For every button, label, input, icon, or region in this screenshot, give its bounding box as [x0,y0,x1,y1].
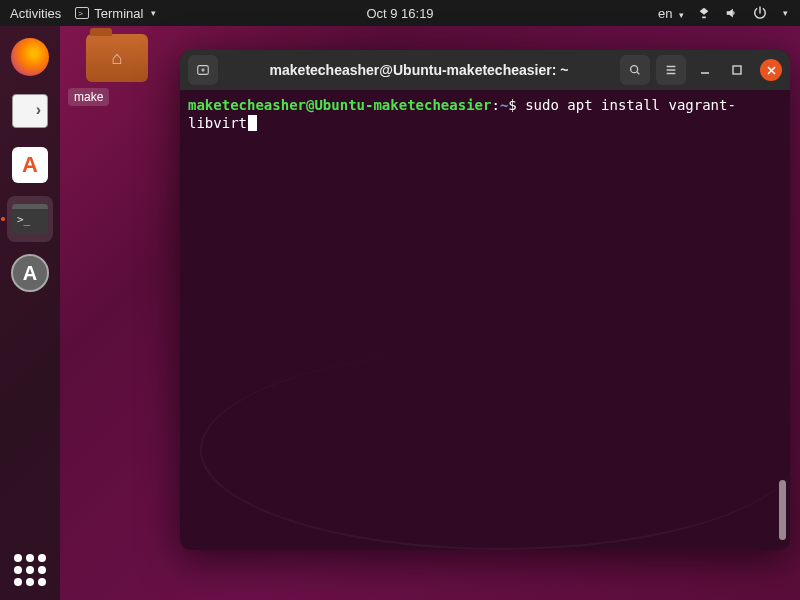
terminal-icon [12,204,48,234]
activities-button[interactable]: Activities [10,6,61,21]
dock-item-terminal[interactable] [7,196,53,242]
app-menu[interactable]: Terminal ▾ [75,6,156,21]
prompt-user-host: maketecheasher@Ubuntu-maketecheasier [188,97,491,113]
minimize-button[interactable] [692,57,718,83]
search-button[interactable] [620,55,650,85]
gnome-topbar: Activities Terminal ▾ Oct 9 16:19 en ▾ ▾ [0,0,800,26]
svg-rect-2 [733,66,741,74]
firefox-icon [11,38,49,76]
scrollbar[interactable] [779,480,786,540]
terminal-body[interactable]: maketecheasher@Ubuntu-maketecheasier:~$ … [180,90,790,550]
files-icon [12,94,48,128]
language-indicator[interactable]: en ▾ [658,6,684,21]
window-title: maketecheasher@Ubuntu-maketecheasier: ~ [224,62,614,78]
dock-item-firefox[interactable] [7,34,53,80]
terminal-window: maketecheasher@Ubuntu-maketecheasier: ~ … [180,50,790,550]
terminal-icon [75,7,89,19]
prompt-dollar: $ [508,97,516,113]
home-folder-icon[interactable]: ⌂ [86,34,148,82]
titlebar[interactable]: maketecheasher@Ubuntu-maketecheasier: ~ [180,50,790,90]
software-updater-icon [11,254,49,292]
power-icon[interactable] [752,5,768,21]
show-applications-button[interactable] [14,554,46,586]
home-icon: ⌂ [112,48,123,69]
dock [0,26,60,600]
dock-item-files[interactable] [7,88,53,134]
cursor [248,115,257,131]
folder-label: make [68,88,109,106]
chevron-down-icon: ▾ [783,8,788,18]
chevron-down-icon: ▾ [151,8,156,18]
maximize-button[interactable] [724,57,750,83]
hamburger-menu-button[interactable] [656,55,686,85]
network-icon[interactable] [696,5,712,21]
svg-point-1 [631,66,638,73]
volume-icon[interactable] [724,5,740,21]
close-button[interactable] [760,59,782,81]
software-center-icon [12,147,48,183]
new-tab-button[interactable] [188,55,218,85]
dock-item-software[interactable] [7,142,53,188]
chevron-down-icon: ▾ [679,10,684,20]
clock[interactable]: Oct 9 16:19 [366,6,433,21]
app-menu-label: Terminal [94,6,143,21]
dock-item-updater[interactable] [7,250,53,296]
prompt-separator: : [491,97,499,113]
